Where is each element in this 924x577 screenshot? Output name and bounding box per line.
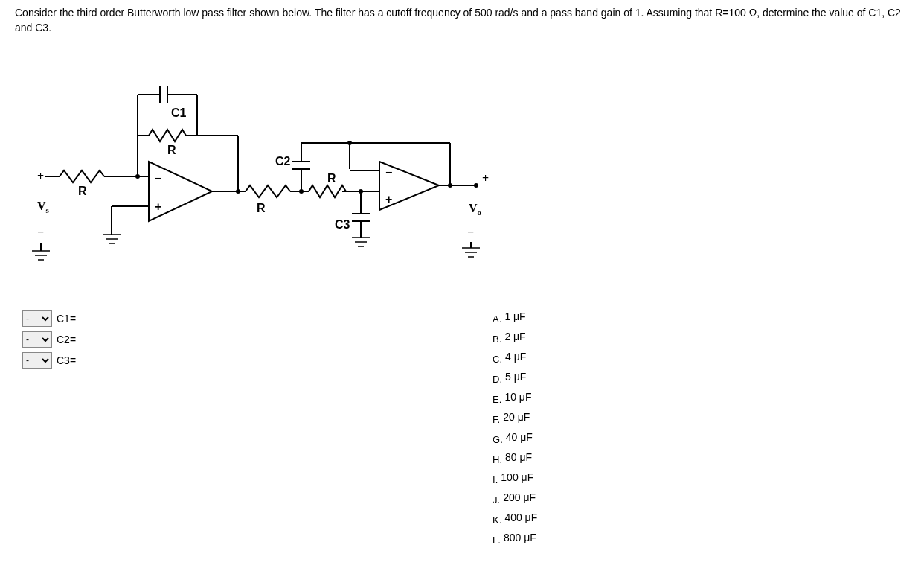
choice-i: I.100 μF bbox=[493, 471, 537, 483]
choice-c: C.4 μF bbox=[493, 351, 537, 363]
choice-h: H.80 μF bbox=[493, 451, 537, 463]
label-c3: C3= bbox=[57, 354, 76, 366]
dropdown-c2[interactable]: - bbox=[22, 331, 52, 348]
svg-text:C1: C1 bbox=[171, 106, 187, 119]
choice-g: G.40 μF bbox=[493, 431, 537, 443]
svg-text:+: + bbox=[155, 200, 161, 213]
choice-b: B.2 μF bbox=[493, 331, 537, 342]
dropdown-c1[interactable]: - bbox=[22, 310, 52, 327]
svg-text:Vo: Vo bbox=[469, 202, 482, 217]
choice-j: J.200 μF bbox=[493, 491, 537, 503]
svg-text:R: R bbox=[167, 144, 176, 156]
answer-choices: A.1 μF B.2 μF C.4 μF D.5 μF E.10 μF F.20… bbox=[493, 310, 537, 543]
svg-text:−: − bbox=[155, 172, 161, 185]
svg-text:R: R bbox=[257, 202, 266, 214]
choice-k: K.400 μF bbox=[493, 511, 537, 523]
question-text: Consider the third order Butterworth low… bbox=[15, 6, 909, 35]
svg-text:C3: C3 bbox=[335, 218, 350, 231]
svg-text:+: + bbox=[482, 172, 489, 185]
choice-l: L.800 μF bbox=[493, 532, 537, 543]
svg-point-68 bbox=[474, 183, 478, 188]
svg-text:+: + bbox=[385, 193, 392, 205]
svg-text:R: R bbox=[327, 172, 336, 185]
svg-text:R: R bbox=[78, 185, 87, 197]
svg-text:Vs: Vs bbox=[37, 200, 50, 214]
vs-minus: − bbox=[37, 226, 44, 238]
circuit-diagram: + Vs − R C1 bbox=[22, 50, 498, 266]
dropdown-c3[interactable]: - bbox=[22, 352, 52, 369]
choice-a: A.1 μF bbox=[493, 310, 537, 322]
answer-dropdowns: - C1= - C2= - C3= bbox=[22, 310, 76, 373]
choice-e: E.10 μF bbox=[493, 391, 537, 403]
label-c1: C1= bbox=[57, 313, 76, 325]
svg-text:−: − bbox=[467, 226, 474, 238]
svg-point-67 bbox=[448, 183, 452, 188]
svg-text:−: − bbox=[385, 166, 392, 179]
vs-plus: + bbox=[37, 170, 44, 182]
choice-f: F.20 μF bbox=[493, 411, 537, 423]
svg-text:C2: C2 bbox=[275, 155, 291, 168]
label-c2: C2= bbox=[57, 334, 76, 345]
choice-d: D.5 μF bbox=[493, 371, 537, 383]
